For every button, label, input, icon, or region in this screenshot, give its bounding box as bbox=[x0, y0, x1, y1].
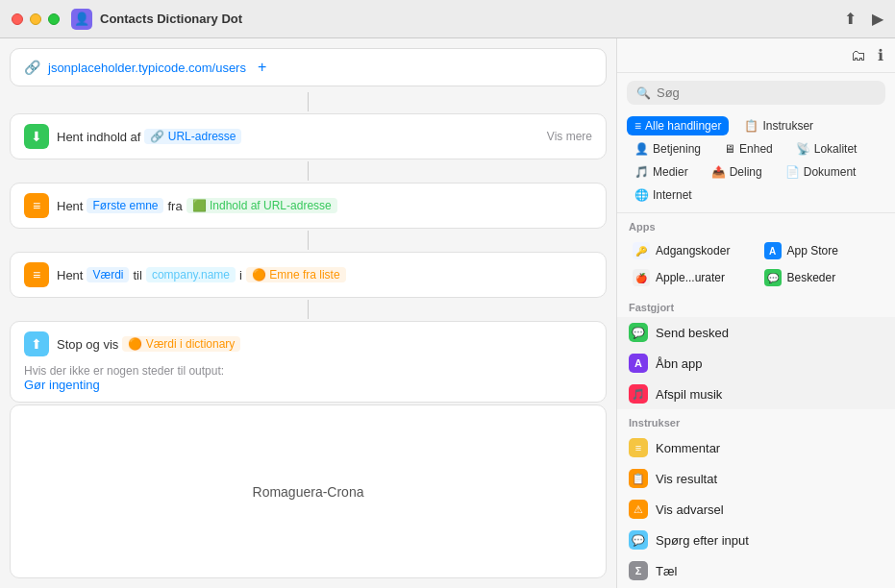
tab-dokument[interactable]: 📄 Dokument bbox=[778, 162, 864, 182]
stop-icon: ⬆ bbox=[24, 331, 49, 356]
action-middle-3b: i bbox=[239, 268, 242, 282]
tab-betjening-label: Betjening bbox=[653, 142, 701, 156]
action-text-2: Hent Første emne fra 🟩 Indhold af URL-ad… bbox=[57, 198, 592, 213]
apps-section: 🔑 Adgangskoder A App Store 🍎 Apple...ura… bbox=[617, 236, 895, 294]
tab-internet-icon: 🌐 bbox=[634, 188, 649, 202]
instrukser-tael[interactable]: Σ Tæl bbox=[617, 555, 895, 586]
instrukser-sporg-efter-input[interactable]: 💬 Spørg efter input bbox=[617, 525, 895, 555]
maximize-button[interactable] bbox=[48, 13, 60, 25]
add-action-button[interactable]: 🗂 bbox=[851, 47, 866, 64]
search-bar[interactable]: 🔍 bbox=[627, 81, 885, 105]
afspil-musik-icon: 🎵 bbox=[629, 384, 648, 404]
main-content: 🔗 jsonplaceholder.typicode.com/users + ⬇… bbox=[0, 38, 895, 588]
tab-lokalitet[interactable]: 📡 Lokalitet bbox=[788, 139, 865, 159]
tab-enhed-label: Enhed bbox=[739, 142, 773, 156]
add-url-button[interactable]: + bbox=[258, 59, 266, 76]
action-icon-1: ⬇ bbox=[24, 124, 49, 149]
sporg-input-icon: 💬 bbox=[629, 530, 648, 550]
divider3 bbox=[308, 231, 309, 250]
stop-block[interactable]: ⬆ Stop og vis 🟠 Værdi i dictionary Hvis … bbox=[10, 321, 607, 403]
url-bar[interactable]: 🔗 jsonplaceholder.typicode.com/users + bbox=[10, 48, 607, 86]
pinned-send-label: Send besked bbox=[656, 326, 729, 340]
vis-mere-1[interactable]: Vis mere bbox=[547, 130, 592, 143]
instrukser-vis-advarsel[interactable]: ⚠ Vis advarsel bbox=[617, 494, 895, 525]
tab-betjening[interactable]: 👤 Betjening bbox=[627, 139, 709, 159]
vis-advarsel-label: Vis advarsel bbox=[656, 502, 724, 517]
tab-internet[interactable]: 🌐 Internet bbox=[627, 185, 700, 205]
app-appstore-label: App Store bbox=[787, 244, 838, 257]
apple-icon: 🍎 bbox=[633, 269, 650, 286]
info-button[interactable]: ℹ bbox=[878, 46, 883, 64]
action-middle-2: fra bbox=[167, 199, 182, 213]
output-text: Romaguera-Crona bbox=[253, 484, 364, 500]
action-tag-1: 🔗 URL-adresse bbox=[144, 129, 241, 144]
tab-instrukser[interactable]: 📋 Instrukser bbox=[736, 116, 821, 135]
category-tabs: ≡ Alle handlinger 📋 Instrukser 👤 Betjeni… bbox=[617, 112, 895, 213]
divider2 bbox=[308, 161, 309, 181]
tael-label: Tæl bbox=[656, 564, 677, 578]
close-button[interactable] bbox=[12, 13, 23, 25]
app-apple-label: Apple...urater bbox=[656, 271, 725, 284]
action-prefix-3: Hent bbox=[57, 268, 83, 282]
tab-medier-icon: 🎵 bbox=[634, 165, 649, 179]
tab-alle-icon: ≡ bbox=[634, 119, 641, 133]
tab-deling[interactable]: 📤 Deling bbox=[704, 162, 770, 182]
instrukser-vis-resultat[interactable]: 📋 Vis resultat bbox=[617, 463, 895, 494]
tab-alle-label: Alle handlinger bbox=[645, 119, 721, 133]
action-tag-3a: Værdi bbox=[87, 267, 129, 282]
app-adgangskoder-label: Adgangskoder bbox=[656, 244, 730, 257]
action-tag-2a: Første emne bbox=[87, 198, 163, 213]
tab-internet-label: Internet bbox=[653, 188, 692, 202]
actions-scroll: Apps 🔑 Adgangskoder A App Store 🍎 Apple.… bbox=[617, 213, 895, 588]
pinned-afspil-musik[interactable]: 🎵 Afspil musik bbox=[617, 379, 895, 409]
tab-medier-label: Medier bbox=[653, 165, 688, 179]
beskeder-icon: 💬 bbox=[764, 269, 782, 286]
action-prefix-2: Hent bbox=[57, 199, 83, 213]
pinned-send-besked[interactable]: 💬 Send besked bbox=[617, 317, 895, 348]
minimize-button[interactable] bbox=[30, 13, 41, 25]
vis-resultat-label: Vis resultat bbox=[656, 472, 717, 486]
tab-instrukser-label: Instrukser bbox=[762, 119, 813, 133]
app-apple[interactable]: 🍎 Apple...urater bbox=[627, 265, 755, 290]
action-block-1[interactable]: ⬇ Hent indhold af 🔗 URL-adresse Vis mere bbox=[10, 113, 607, 159]
app-icon: 👤 bbox=[71, 9, 92, 30]
appstore-icon: A bbox=[764, 242, 782, 259]
kommentar-icon: ≡ bbox=[629, 438, 648, 457]
action-block-3[interactable]: ≡ Hent Værdi til company.name i 🟠 Emne f… bbox=[10, 252, 607, 298]
stop-prefix: Stop og vis bbox=[57, 337, 118, 352]
pinned-musik-label: Afspil musik bbox=[656, 387, 722, 402]
action-block-2[interactable]: ≡ Hent Første emne fra 🟩 Indhold af URL-… bbox=[10, 183, 607, 229]
instrukser-kommentar[interactable]: ≡ Kommentar bbox=[617, 432, 895, 463]
run-button[interactable]: ▶ bbox=[872, 10, 883, 28]
titlebar: 👤 Contacts Dictionary Dot ⬆ ▶ bbox=[0, 0, 895, 38]
url-text: jsonplaceholder.typicode.com/users bbox=[48, 61, 246, 75]
vis-advarsel-icon: ⚠ bbox=[629, 500, 648, 519]
send-besked-icon: 💬 bbox=[629, 323, 648, 342]
left-panel: 🔗 jsonplaceholder.typicode.com/users + ⬇… bbox=[0, 38, 616, 588]
tab-alle-handlinger[interactable]: ≡ Alle handlinger bbox=[627, 116, 729, 135]
action-tag-3c: 🟠 Emne fra liste bbox=[246, 267, 346, 282]
stop-tag: 🟠 Værdi i dictionary bbox=[122, 336, 240, 352]
tab-medier[interactable]: 🎵 Medier bbox=[627, 162, 696, 182]
tab-dokument-icon: 📄 bbox=[785, 165, 800, 179]
sporg-input-label: Spørg efter input bbox=[656, 533, 749, 548]
action-tag-2b: 🟩 Indhold af URL-adresse bbox=[186, 198, 337, 213]
pinned-abn-app[interactable]: A Åbn app bbox=[617, 348, 895, 379]
pinned-abn-label: Åbn app bbox=[656, 356, 702, 371]
share-button[interactable]: ⬆ bbox=[844, 10, 857, 28]
tael-icon: Σ bbox=[629, 561, 648, 580]
divider bbox=[308, 92, 309, 111]
app-appstore[interactable]: A App Store bbox=[758, 238, 886, 263]
app-adgangskoder[interactable]: 🔑 Adgangskoder bbox=[627, 238, 755, 263]
divider4 bbox=[308, 300, 309, 319]
app-beskeder[interactable]: 💬 Beskeder bbox=[758, 265, 886, 290]
adgangskoder-icon: 🔑 bbox=[633, 242, 650, 259]
tab-enhed[interactable]: 🖥 Enhed bbox=[716, 139, 781, 159]
link-icon: 🔗 bbox=[24, 60, 40, 75]
output-area: Romaguera-Crona bbox=[10, 404, 607, 578]
tab-lokalitet-icon: 📡 bbox=[796, 142, 810, 156]
fallback-link[interactable]: Gør ingenting bbox=[24, 378, 592, 392]
search-input[interactable] bbox=[657, 86, 876, 100]
window-title: Contacts Dictionary Dot bbox=[100, 12, 844, 26]
apps-section-label: Apps bbox=[617, 213, 895, 236]
